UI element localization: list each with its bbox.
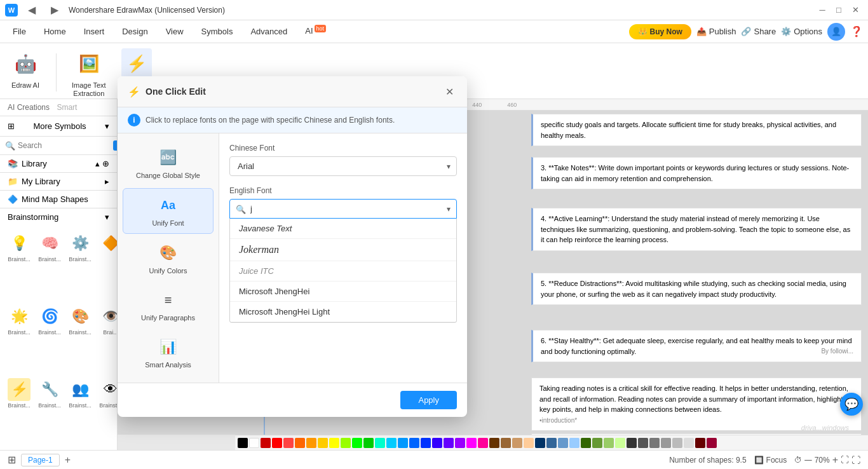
my-library-section[interactable]: 📁 My Library ▸ [0,173,117,191]
menu-view[interactable]: View [158,24,191,39]
shape-item-8[interactable]: ⚡ Brainst... [5,376,33,446]
image-text-group[interactable]: 🖼️ Image Text Extraction [72,48,106,98]
shape-item-3[interactable]: 🔶 [97,229,117,300]
menu-file[interactable]: File [5,24,34,39]
color-swatch-steel2[interactable] [569,438,580,448]
shape-item-11[interactable]: 👁 Brainst... [97,376,117,446]
shape-item-6[interactable]: 🎨 Brainst... [66,302,94,373]
color-swatch-red1[interactable] [261,438,271,448]
panel-option-smart-analysis[interactable]: 📊 Smart Analysis [123,330,214,375]
color-swatch-olive2[interactable] [592,438,602,448]
close-button[interactable]: ✕ [848,3,863,18]
panel-option-unify-font[interactable]: Aa Unify Font [123,188,214,234]
font-option-juice[interactable]: Juice ITC [230,261,456,282]
mind-map-shapes-section[interactable]: 🔷 Mind Map Shapes [0,191,117,208]
color-swatch-navy1[interactable] [535,438,545,448]
nav-back[interactable]: ◀ [23,3,41,18]
color-swatch-brown1[interactable] [489,438,499,448]
color-swatch-green2[interactable] [352,438,362,448]
color-swatch-yellow2[interactable] [329,438,339,448]
buy-now-button[interactable]: 👑 Buy Now [629,24,691,39]
panel-option-change-global-style[interactable]: 🔤 Change Global Style [123,141,214,186]
brainstorming-section[interactable]: Brainstorming ▾ [0,208,117,226]
font-option-jheng-hei[interactable]: Microsoft JhengHei [230,282,456,302]
shape-item-4[interactable]: 🌟 Brainst... [5,302,33,373]
menu-symbols[interactable]: Symbols [194,24,241,39]
search-input[interactable] [18,141,113,150]
color-swatch-red3[interactable] [283,438,294,448]
color-swatch-blue1[interactable] [398,438,408,448]
color-swatch-blue3[interactable] [421,438,431,448]
color-swatch-purple2[interactable] [455,438,465,448]
color-swatch-black[interactable] [238,438,248,448]
fit-button[interactable]: ⛶ [841,455,849,465]
color-swatch-pink1[interactable] [478,438,488,448]
color-swatch-dark2[interactable] [638,438,648,448]
menu-insert[interactable]: Insert [76,24,112,39]
color-swatch-cyan1[interactable] [386,438,397,448]
color-swatch-gray1[interactable] [661,438,671,448]
color-swatch-purple1[interactable] [444,438,454,448]
maximize-button[interactable]: □ [831,3,846,18]
minimize-button[interactable]: ─ [815,3,830,18]
menu-ai[interactable]: AIhot [297,23,334,39]
chinese-font-select[interactable]: Arial [229,156,457,176]
color-swatch-magenta1[interactable] [466,438,477,448]
add-page-button[interactable]: + [65,454,71,466]
color-swatch-white[interactable] [249,438,259,448]
chat-button[interactable]: 💬 [840,393,863,416]
user-avatar[interactable]: 👤 [827,23,845,41]
color-swatch-dark1[interactable] [627,438,637,448]
focus-section[interactable]: 🔲 Focus [754,456,787,465]
color-swatch-tan1[interactable] [512,438,522,448]
color-swatch-brown2[interactable] [501,438,511,448]
one-click-button[interactable]: ⚡ [121,48,152,79]
edraw-ai-group[interactable]: 🤖 Edraw AI [10,48,41,90]
color-swatch-teal1[interactable] [375,438,385,448]
shape-item-7[interactable]: 👁️ Brai... [97,302,117,373]
menu-home[interactable]: Home [36,24,74,39]
shape-item-5[interactable]: 🌀 Brainst... [36,302,64,373]
shape-item-9[interactable]: 🔧 Brainst... [36,376,64,446]
more-symbols-header[interactable]: ⊞ More Symbols ▾ [0,116,117,137]
share-button[interactable]: 🔗 Share [741,27,776,36]
publish-button[interactable]: 📤 Publish [696,27,736,36]
color-swatch-red2[interactable] [272,438,282,448]
color-swatch-navy2[interactable] [546,438,557,448]
nav-forward[interactable]: ▶ [46,3,64,18]
color-swatch-maroon2[interactable] [707,438,717,448]
color-swatch-lime2[interactable] [615,438,625,448]
zoom-in-button[interactable]: + [832,454,838,466]
help-button[interactable]: ❓ [850,25,863,37]
edraw-ai-button[interactable]: 🤖 [10,48,41,79]
english-font-search-input[interactable] [229,199,457,219]
image-text-button[interactable]: 🖼️ [74,48,104,79]
color-swatch-orange2[interactable] [306,438,316,448]
color-swatch-gray2[interactable] [672,438,682,448]
panel-option-unify-colors[interactable]: 🎨 Unify Colors [123,236,214,281]
color-swatch-yellow1[interactable] [318,438,328,448]
color-swatch-olive1[interactable] [581,438,591,448]
font-option-javanese[interactable]: Javanese Text [230,219,456,239]
color-swatch-lime1[interactable] [604,438,614,448]
color-swatch-indigo1[interactable] [432,438,442,448]
color-swatch-maroon1[interactable] [695,438,705,448]
menu-design[interactable]: Design [114,24,155,39]
panel-option-unify-paragraphs[interactable]: ≡ Unify Paragraphs [123,283,214,328]
font-option-jokerman[interactable]: Jokerman [230,239,456,261]
options-button[interactable]: ⚙️ Options [781,27,822,36]
shape-item-10[interactable]: 👥 Brainst... [66,376,94,446]
shape-item-1[interactable]: 🧠 Brainst... [36,229,64,300]
zoom-out-button[interactable]: ─ [804,454,811,466]
shape-item-2[interactable]: ⚙️ Brainst... [66,229,94,300]
page-tab[interactable]: Page-1 [21,454,60,466]
color-swatch-gray3[interactable] [684,438,694,448]
color-swatch-green1[interactable] [341,438,351,448]
color-swatch-blue2[interactable] [409,438,419,448]
color-swatch-steel1[interactable] [558,438,568,448]
shape-item-0[interactable]: 💡 Brainst... [5,229,33,300]
library-section[interactable]: 📚 Library ▴ ⊕ [0,155,117,173]
search-button[interactable]: Se [113,140,118,151]
dialog-close-button[interactable]: ✕ [442,84,457,99]
fullscreen-icon[interactable]: ⛶ [851,455,860,465]
